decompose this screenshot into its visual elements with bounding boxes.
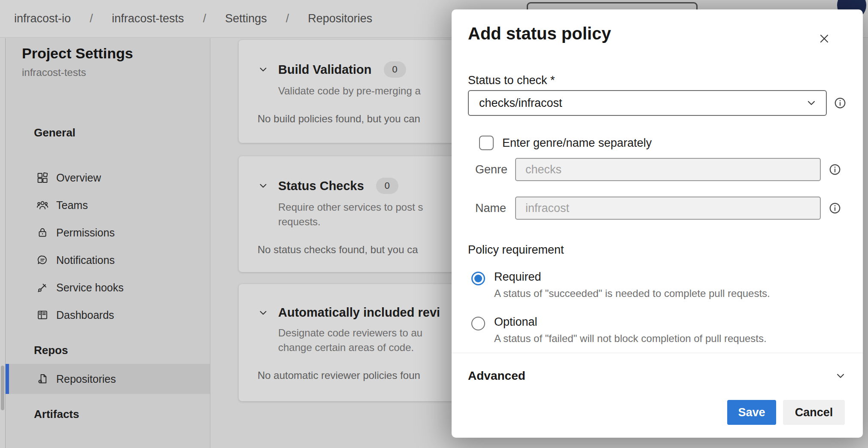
breadcrumb-separator: / — [90, 12, 93, 25]
chevron-down-icon[interactable] — [258, 64, 269, 75]
page-title: Project Settings — [22, 45, 133, 62]
divider — [452, 353, 863, 353]
project-name-subtitle: infracost-tests — [22, 67, 86, 79]
sidebar-item-dashboards[interactable]: Dashboards — [6, 301, 210, 329]
plug-icon — [36, 282, 49, 294]
required-radio[interactable] — [471, 272, 485, 285]
genre-name-checkbox[interactable] — [479, 136, 494, 150]
lock-icon — [36, 227, 49, 239]
checkbox-label: Enter genre/name separately — [502, 136, 652, 150]
status-select[interactable]: checks/infracost — [468, 90, 827, 116]
optional-radio[interactable] — [471, 317, 485, 330]
breadcrumb-settings[interactable]: Settings — [225, 12, 267, 25]
advanced-expander[interactable]: Advanced — [468, 362, 847, 390]
count-badge: 0 — [384, 61, 406, 78]
sidebar-section-general: General — [34, 126, 76, 139]
name-label: Name — [475, 202, 515, 215]
radio-label: Required — [494, 270, 770, 284]
name-field[interactable] — [515, 197, 821, 220]
info-icon[interactable] — [834, 97, 847, 109]
grid-icon — [36, 172, 49, 184]
sidebar-item-permissions[interactable]: Permissions — [6, 219, 210, 246]
modal-title: Add status policy — [468, 24, 611, 43]
breadcrumb: infracost-io / infracost-tests / Setting… — [14, 12, 372, 25]
cancel-button[interactable]: Cancel — [783, 400, 845, 425]
add-status-policy-modal: Add status policy Status to check * chec… — [452, 9, 863, 438]
info-icon[interactable] — [829, 163, 841, 176]
chevron-down-icon — [805, 97, 817, 109]
sidebar-section-artifacts: Artifacts — [34, 408, 79, 421]
sidebar-item-storage[interactable]: Storage — [6, 442, 210, 448]
status-to-check-label: Status to check * — [468, 74, 555, 87]
sidebar-item-label: Notifications — [56, 254, 115, 266]
breadcrumb-separator: / — [203, 12, 206, 25]
card-title: Build Validation — [278, 63, 372, 77]
sidebar-item-teams[interactable]: Teams — [6, 191, 210, 219]
save-button[interactable]: Save — [727, 400, 776, 425]
sidebar-item-overview[interactable]: Overview — [6, 164, 210, 191]
count-badge: 0 — [376, 178, 398, 194]
close-icon[interactable] — [815, 29, 834, 48]
policy-requirement-heading: Policy requirement — [468, 243, 564, 257]
chevron-down-icon — [835, 370, 847, 382]
chevron-down-icon[interactable] — [258, 180, 269, 191]
genre-field[interactable] — [515, 158, 821, 181]
sidebar-item-service-hooks[interactable]: Service hooks — [6, 274, 210, 301]
repo-file-icon — [36, 373, 49, 385]
sidebar-item-label: Service hooks — [56, 282, 124, 294]
info-icon[interactable] — [829, 202, 841, 215]
sidebar-item-repositories[interactable]: Repositories — [6, 364, 210, 394]
status-select-value: checks/infracost — [479, 97, 562, 110]
dashboard-icon — [36, 309, 49, 321]
breadcrumb-project[interactable]: infracost-tests — [112, 12, 184, 25]
radio-description: A status of "failed" will not block comp… — [494, 333, 767, 345]
sidebar-section-repos: Repos — [34, 344, 68, 357]
breadcrumb-separator: / — [286, 12, 289, 25]
teams-icon — [36, 199, 49, 211]
sidebar: Project Settings infracost-tests General… — [5, 38, 210, 448]
radio-label: Optional — [494, 315, 767, 329]
sidebar-item-label: Teams — [56, 199, 88, 212]
genre-label: Genre — [475, 163, 515, 176]
sidebar-item-label: Dashboards — [56, 309, 114, 321]
page-scrollbar-thumb[interactable] — [1, 366, 4, 410]
breadcrumb-repositories[interactable]: Repositories — [308, 12, 372, 25]
card-title: Automatically included revi — [278, 306, 440, 320]
sidebar-item-notifications[interactable]: Notifications — [6, 246, 210, 274]
chevron-down-icon[interactable] — [258, 307, 269, 318]
radio-description: A status of "succeeded" is needed to com… — [494, 288, 770, 300]
card-title: Status Checks — [278, 179, 364, 193]
breadcrumb-org[interactable]: infracost-io — [14, 12, 71, 25]
sidebar-item-label: Repositories — [56, 373, 116, 385]
sidebar-item-label: Overview — [56, 172, 101, 184]
comment-icon — [36, 254, 49, 266]
advanced-label: Advanced — [468, 369, 525, 383]
sidebar-item-label: Permissions — [56, 227, 115, 239]
